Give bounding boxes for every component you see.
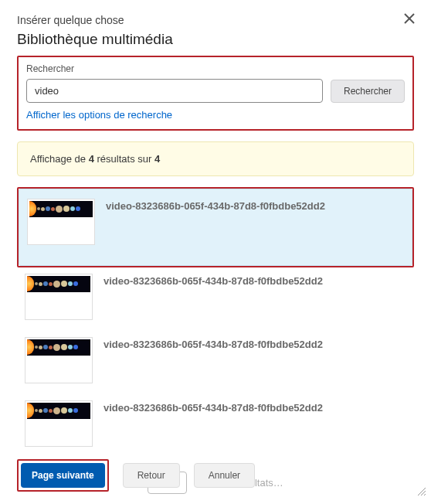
svg-line-4 — [424, 494, 426, 495]
banner-prefix: Affichage de — [30, 153, 89, 165]
result-title: video-8323686b-065f-434b-87d8-f0fbdbe52d… — [104, 337, 323, 350]
result-item[interactable]: video-8323686b-065f-434b-87d8-f0fbdbe52d… — [17, 331, 414, 390]
insert-dialog: Insérer quelque chose Bibliothèque multi… — [0, 0, 431, 504]
banner-mid: résultats sur — [94, 153, 154, 165]
search-row: Rechercher — [26, 79, 405, 103]
results-banner: Affichage de 4 résultats sur 4 — [17, 141, 414, 176]
cancel-button[interactable]: Annuler — [194, 463, 255, 488]
planets-icon — [27, 403, 90, 419]
result-title: video-8323686b-065f-434b-87d8-f0fbdbe52d… — [104, 274, 323, 287]
back-button[interactable]: Retour — [123, 463, 180, 488]
search-section: Rechercher Rechercher Afficher les optio… — [17, 56, 414, 131]
resize-grip[interactable] — [416, 485, 426, 499]
dialog-subtitle: Bibliothèque multimédia — [17, 31, 414, 48]
planets-icon — [27, 339, 90, 356]
close-button[interactable] — [400, 9, 419, 30]
search-button[interactable]: Rechercher — [331, 80, 405, 103]
result-highlight-0: video-8323686b-065f-434b-87d8-f0fbdbe52d… — [17, 187, 414, 267]
result-thumbnail — [25, 337, 93, 383]
next-button-highlight: Page suivante — [17, 459, 109, 492]
result-thumbnail — [27, 199, 95, 245]
planets-icon — [29, 201, 93, 217]
result-item[interactable]: video-8323686b-065f-434b-87d8-f0fbdbe52d… — [19, 189, 412, 266]
result-item[interactable]: video-8323686b-065f-434b-87d8-f0fbdbe52d… — [17, 267, 414, 326]
dialog-footer: Page suivante Retour Annuler — [17, 459, 414, 492]
close-icon — [403, 12, 416, 25]
next-page-button[interactable]: Page suivante — [21, 463, 105, 488]
search-input[interactable] — [26, 79, 323, 103]
banner-shown: 4 — [89, 153, 94, 165]
search-options-link[interactable]: Afficher les options de recherche — [26, 109, 172, 121]
result-title: video-8323686b-065f-434b-87d8-f0fbdbe52d… — [104, 400, 323, 414]
result-thumbnail — [25, 400, 93, 447]
search-label: Rechercher — [26, 63, 405, 74]
planets-icon — [27, 276, 90, 292]
banner-total: 4 — [154, 153, 160, 165]
result-title: video-8323686b-065f-434b-87d8-f0fbdbe52d… — [106, 199, 325, 212]
resize-grip-icon — [416, 485, 426, 496]
result-item[interactable]: video-8323686b-065f-434b-87d8-f0fbdbe52d… — [17, 394, 414, 453]
dialog-title: Insérer quelque chose — [17, 14, 414, 26]
result-thumbnail — [25, 274, 93, 320]
results-list: video-8323686b-065f-434b-87d8-f0fbdbe52d… — [17, 187, 414, 453]
